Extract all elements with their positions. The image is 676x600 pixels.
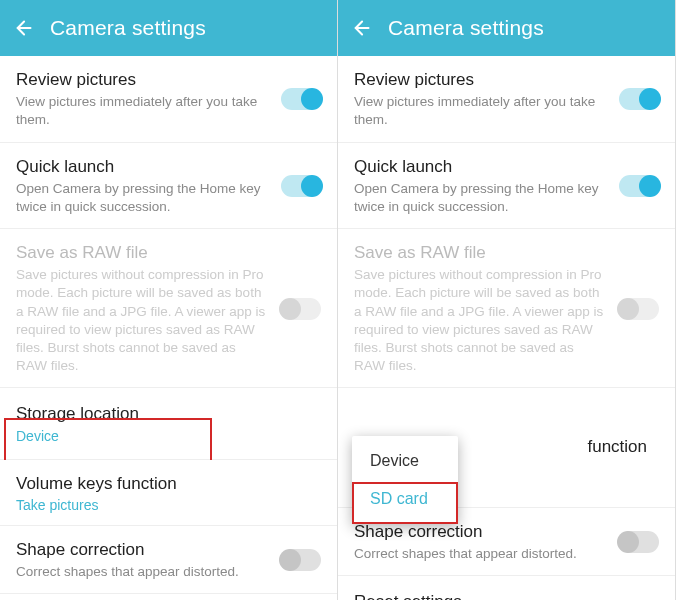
setting-quick-launch[interactable]: Quick launch Open Camera by pressing the…: [338, 143, 675, 230]
setting-title: Storage location: [16, 403, 309, 425]
setting-subtitle: Correct shapes that appear distorted.: [16, 563, 269, 581]
toggle-quick-launch[interactable]: [619, 175, 659, 197]
toggle-shape-correction[interactable]: [619, 531, 659, 553]
setting-save-raw: Save as RAW file Save pictures without c…: [0, 229, 337, 388]
toggle-review-pictures[interactable]: [281, 88, 321, 110]
setting-subtitle: View pictures immediately after you take…: [16, 93, 269, 129]
setting-volume-keys[interactable]: Volume keys function Take pictures: [0, 460, 337, 526]
setting-title: Reset settings: [354, 591, 647, 600]
setting-value: Take pictures: [16, 497, 309, 513]
setting-quick-launch[interactable]: Quick launch Open Camera by pressing the…: [0, 143, 337, 230]
toggle-shape-correction[interactable]: [281, 549, 321, 571]
setting-subtitle: View pictures immediately after you take…: [354, 93, 607, 129]
storage-location-popup: Device SD card: [352, 436, 458, 524]
setting-reset[interactable]: Reset settings: [0, 594, 337, 600]
setting-reset[interactable]: Reset settings: [338, 576, 675, 600]
setting-subtitle: Save pictures without compression in Pro…: [16, 266, 269, 375]
popup-option-sdcard[interactable]: SD card: [352, 480, 458, 518]
setting-subtitle: Open Camera by pressing the Home key twi…: [16, 180, 269, 216]
setting-title: Review pictures: [16, 69, 269, 91]
back-icon[interactable]: [352, 17, 374, 39]
header-title: Camera settings: [388, 16, 544, 40]
setting-title: Save as RAW file: [16, 242, 269, 264]
settings-list: Review pictures View pictures immediatel…: [0, 56, 337, 600]
setting-title: Volume keys function: [16, 473, 309, 495]
header-title: Camera settings: [50, 16, 206, 40]
popup-option-device[interactable]: Device: [352, 442, 458, 480]
back-icon[interactable]: [14, 17, 36, 39]
toggle-review-pictures[interactable]: [619, 88, 659, 110]
setting-subtitle: Correct shapes that appear distorted.: [354, 545, 607, 563]
setting-value: Device: [16, 428, 309, 444]
setting-subtitle: Save pictures without compression in Pro…: [354, 266, 607, 375]
right-panel: Camera settings Review pictures View pic…: [338, 0, 676, 600]
setting-storage-location[interactable]: Storage location Device: [0, 388, 337, 459]
toggle-save-raw: [281, 298, 321, 320]
setting-title: Quick launch: [354, 156, 607, 178]
setting-save-raw: Save as RAW file Save pictures without c…: [338, 229, 675, 388]
setting-shape-correction[interactable]: Shape correction Correct shapes that app…: [0, 526, 337, 594]
left-panel: Camera settings Review pictures View pic…: [0, 0, 338, 600]
app-header: Camera settings: [338, 0, 675, 56]
setting-title: Shape correction: [16, 539, 269, 561]
setting-subtitle: Open Camera by pressing the Home key twi…: [354, 180, 607, 216]
setting-title: Save as RAW file: [354, 242, 607, 264]
setting-title: Quick launch: [16, 156, 269, 178]
app-header: Camera settings: [0, 0, 337, 56]
toggle-quick-launch[interactable]: [281, 175, 321, 197]
setting-review-pictures[interactable]: Review pictures View pictures immediatel…: [0, 56, 337, 143]
setting-title: Review pictures: [354, 69, 607, 91]
toggle-save-raw: [619, 298, 659, 320]
setting-review-pictures[interactable]: Review pictures View pictures immediatel…: [338, 56, 675, 143]
settings-list: Review pictures View pictures immediatel…: [338, 56, 675, 600]
